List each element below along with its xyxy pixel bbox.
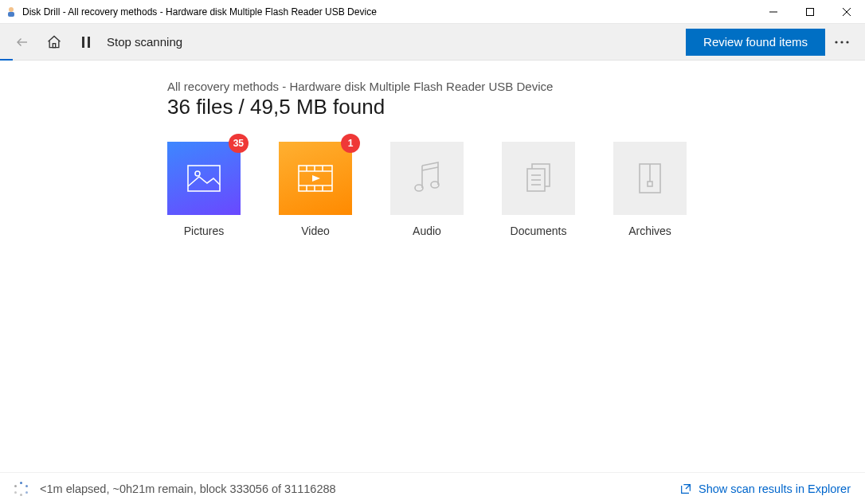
svg-line-28 [422, 167, 438, 170]
video-badge: 1 [341, 134, 360, 153]
headline: 36 files / 49,5 MB found [167, 95, 741, 119]
documents-tile[interactable] [502, 142, 575, 215]
svg-rect-13 [188, 166, 220, 191]
category-documents[interactable]: Documents [502, 142, 575, 237]
documents-label: Documents [511, 225, 567, 237]
window-minimize-button[interactable] [755, 0, 792, 24]
category-audio[interactable]: Audio [390, 142, 464, 237]
svg-marker-24 [312, 175, 320, 182]
breadcrumb: All recovery methods - Hardware disk Mul… [167, 80, 741, 93]
status-text: <1m elapsed, ~0h21m remain, block 333056… [40, 483, 336, 495]
category-tiles: 35 Pictures 1 [167, 142, 741, 237]
svg-rect-8 [82, 37, 84, 48]
audio-icon [411, 161, 443, 196]
open-external-icon [679, 483, 692, 495]
review-found-items-button[interactable]: Review found items [686, 29, 825, 56]
pictures-tile[interactable]: 35 [167, 142, 241, 215]
audio-label: Audio [413, 225, 441, 237]
back-button[interactable] [6, 24, 38, 61]
video-label: Video [301, 225, 330, 237]
archives-tile[interactable] [613, 142, 687, 215]
pictures-label: Pictures [184, 225, 225, 237]
svg-rect-7 [53, 43, 55, 47]
app-icon [5, 6, 18, 18]
category-pictures[interactable]: 35 Pictures [167, 142, 241, 237]
pictures-badge: 35 [229, 134, 249, 153]
svg-point-11 [840, 41, 843, 43]
show-in-explorer-link[interactable]: Show scan results in Explorer [679, 483, 851, 495]
svg-point-0 [9, 7, 14, 12]
audio-tile[interactable] [390, 142, 464, 215]
svg-rect-36 [648, 182, 652, 186]
window-maximize-button[interactable] [792, 0, 828, 24]
pause-button[interactable] [70, 24, 102, 61]
documents-icon [523, 161, 554, 196]
svg-rect-1 [8, 12, 14, 17]
video-tile[interactable]: 1 [279, 142, 352, 215]
window-close-button[interactable] [828, 0, 865, 24]
window-title: Disk Drill - All recovery methods - Hard… [22, 6, 377, 18]
video-icon [297, 164, 334, 193]
main-content: All recovery methods - Hardware disk Mul… [0, 61, 865, 472]
category-archives[interactable]: Archives [613, 142, 687, 237]
archives-label: Archives [628, 225, 671, 237]
progress-accent [0, 59, 13, 61]
window-titlebar: Disk Drill - All recovery methods - Hard… [0, 0, 865, 24]
toolbar: Stop scanning Review found items [0, 24, 865, 61]
svg-point-12 [846, 41, 848, 43]
category-video[interactable]: 1 Video [279, 142, 352, 237]
show-in-explorer-label: Show scan results in Explorer [699, 483, 851, 495]
stop-scanning-label[interactable]: Stop scanning [107, 35, 182, 49]
svg-point-14 [195, 171, 200, 176]
svg-rect-3 [807, 8, 814, 15]
home-button[interactable] [38, 24, 70, 61]
more-menu-button[interactable] [825, 24, 859, 61]
svg-rect-9 [88, 37, 90, 48]
svg-point-10 [835, 41, 837, 43]
pictures-icon [186, 162, 221, 194]
spinner-icon [14, 482, 29, 496]
status-bar: <1m elapsed, ~0h21m remain, block 333056… [0, 472, 865, 504]
archives-icon [636, 161, 663, 196]
